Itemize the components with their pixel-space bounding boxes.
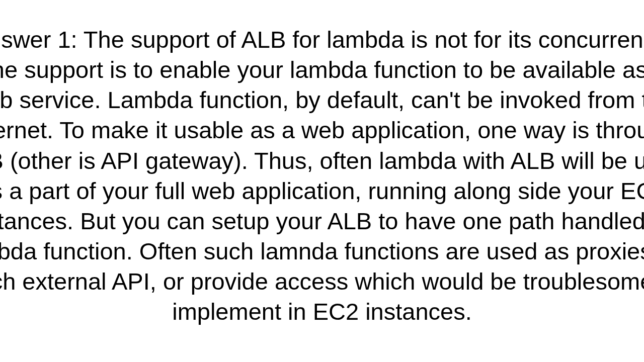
answer-1-text: Answer 1: The support of ALB for lambda … xyxy=(0,25,644,327)
document-viewport: Answer 1: The support of ALB for lambda … xyxy=(0,0,644,362)
